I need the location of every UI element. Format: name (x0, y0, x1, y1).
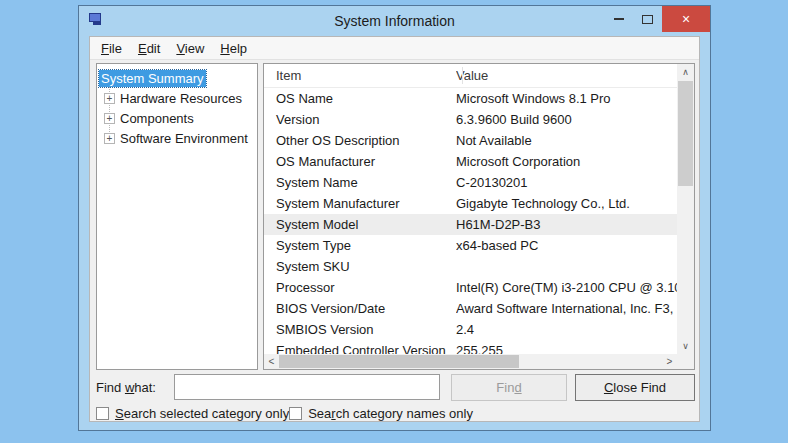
minimize-button[interactable] (604, 6, 633, 32)
close-button[interactable]: × (662, 6, 710, 32)
titlebar[interactable]: System Information × (79, 6, 710, 36)
table-row[interactable]: System SKU (264, 256, 677, 277)
item-cell: SMBIOS Version (264, 322, 456, 337)
value-cell: 2.4 (456, 322, 677, 337)
checkbox[interactable] (289, 407, 302, 420)
menu-edit[interactable]: Edit (130, 38, 168, 59)
details-list-panel[interactable]: Item Value OS Name Microsoft Windows 8.1… (263, 63, 695, 370)
item-cell: System SKU (264, 259, 456, 274)
table-row[interactable]: System Manufacturer Gigabyte Technology … (264, 193, 677, 214)
vertical-scroll-thumb[interactable] (678, 81, 693, 186)
value-cell: C-20130201 (456, 175, 677, 190)
find-bar: Find what: Find Close Find (90, 374, 699, 401)
find-button[interactable]: Find (451, 374, 567, 401)
item-cell: System Type (264, 238, 456, 253)
tree-item-system-summary[interactable]: System Summary (97, 68, 257, 88)
scroll-up-button[interactable]: ∧ (677, 64, 694, 80)
table-row[interactable]: System Model H61M-D2P-B3 (264, 214, 677, 235)
table-row[interactable]: OS Name Microsoft Windows 8.1 Pro (264, 88, 677, 109)
chevron-right-icon: > (667, 356, 673, 367)
category-tree-panel[interactable]: System Summary + Hardware Resources + Co… (96, 63, 258, 370)
value-cell: Microsoft Windows 8.1 Pro (456, 91, 677, 106)
item-cell: Other OS Description (264, 133, 456, 148)
value-cell: 255.255 (456, 343, 677, 354)
tree-item-label: Hardware Resources (120, 91, 242, 106)
close-find-button[interactable]: Close Find (575, 374, 695, 401)
table-row[interactable]: SMBIOS Version 2.4 (264, 319, 677, 340)
value-cell: Award Software International, Inc. F3, (456, 301, 677, 316)
tree-list: System Summary + Hardware Resources + Co… (97, 68, 257, 148)
value-cell: x64-based PC (456, 238, 677, 253)
tree-item-hardware-resources[interactable]: + Hardware Resources (97, 88, 257, 108)
chevron-down-icon: ∨ (682, 341, 689, 351)
item-cell: OS Manufacturer (264, 154, 456, 169)
table-row[interactable]: BIOS Version/Date Award Software Interna… (264, 298, 677, 319)
vertical-scrollbar[interactable]: ∧ ∨ (677, 64, 694, 354)
table-row[interactable]: Version 6.3.9600 Build 9600 (264, 109, 677, 130)
table-row[interactable]: System Type x64-based PC (264, 235, 677, 256)
chevron-left-icon: < (269, 356, 275, 367)
table-header: Item Value (264, 64, 677, 88)
table-row[interactable]: OS Manufacturer Microsoft Corporation (264, 151, 677, 172)
menu-help[interactable]: Help (212, 38, 255, 59)
column-header-item[interactable]: Item (264, 68, 456, 83)
tree-item-software-environment[interactable]: + Software Environment (97, 128, 257, 148)
expand-plus-icon[interactable]: + (104, 133, 115, 144)
system-information-window: System Information × File Edit View Help (78, 5, 711, 431)
item-cell: System Manufacturer (264, 196, 456, 211)
item-cell: Processor (264, 280, 456, 295)
item-cell: Embedded Controller Version (264, 343, 456, 354)
value-cell: 6.3.9600 Build 9600 (456, 112, 677, 127)
table-row[interactable]: System Name C-20130201 (264, 172, 677, 193)
search-options-row: Search selected category only Search cat… (96, 406, 473, 421)
client-area: File Edit View Help System Summary (89, 36, 700, 422)
find-input[interactable] (174, 374, 440, 400)
scroll-right-button[interactable]: > (662, 354, 677, 369)
value-cell: Not Available (456, 133, 677, 148)
value-cell: H61M-D2P-B3 (456, 217, 677, 232)
column-header-value[interactable]: Value (456, 68, 677, 83)
search-selected-category-checkbox[interactable]: Search selected category only (96, 406, 289, 421)
expand-plus-icon[interactable]: + (104, 113, 115, 124)
checkbox[interactable] (96, 407, 109, 420)
column-separator[interactable] (462, 67, 463, 84)
item-cell: System Name (264, 175, 456, 190)
minimize-icon (614, 18, 624, 20)
scrollbar-corner (677, 354, 694, 369)
tree-item-label: System Summary (99, 70, 206, 87)
maximize-button[interactable] (633, 6, 662, 32)
item-cell: BIOS Version/Date (264, 301, 456, 316)
table-rows: OS Name Microsoft Windows 8.1 Pro Versio… (264, 88, 677, 354)
find-what-label: Find what: (96, 374, 156, 401)
horizontal-scroll-thumb[interactable] (279, 355, 519, 368)
value-cell: Gigabyte Technology Co., Ltd. (456, 196, 677, 211)
table-row[interactable]: Other OS Description Not Available (264, 130, 677, 151)
horizontal-scrollbar[interactable]: < > (264, 354, 677, 369)
menu-view[interactable]: View (168, 38, 212, 59)
value-cell: Intel(R) Core(TM) i3-2100 CPU @ 3.10 (456, 280, 677, 295)
item-cell: OS Name (264, 91, 456, 106)
table-row[interactable]: Embedded Controller Version 255.255 (264, 340, 677, 354)
checkbox-label: Search category names only (308, 406, 473, 421)
item-cell: System Model (264, 217, 456, 232)
window-controls: × (604, 6, 710, 32)
scroll-left-button[interactable]: < (264, 354, 279, 369)
tree-item-label: Software Environment (120, 131, 248, 146)
maximize-icon (642, 15, 653, 24)
table-row[interactable]: Processor Intel(R) Core(TM) i3-2100 CPU … (264, 277, 677, 298)
tree-item-components[interactable]: + Components (97, 108, 257, 128)
value-cell: Microsoft Corporation (456, 154, 677, 169)
tree-item-label: Components (120, 111, 194, 126)
item-cell: Version (264, 112, 456, 127)
menubar: File Edit View Help (90, 37, 699, 60)
expand-plus-icon[interactable]: + (104, 93, 115, 104)
close-icon: × (682, 11, 690, 27)
chevron-up-icon: ∧ (682, 67, 689, 77)
scroll-down-button[interactable]: ∨ (677, 338, 694, 354)
menu-file[interactable]: File (93, 38, 130, 59)
checkbox-label: Search selected category only (115, 406, 289, 421)
search-category-names-checkbox[interactable]: Search category names only (289, 406, 473, 421)
